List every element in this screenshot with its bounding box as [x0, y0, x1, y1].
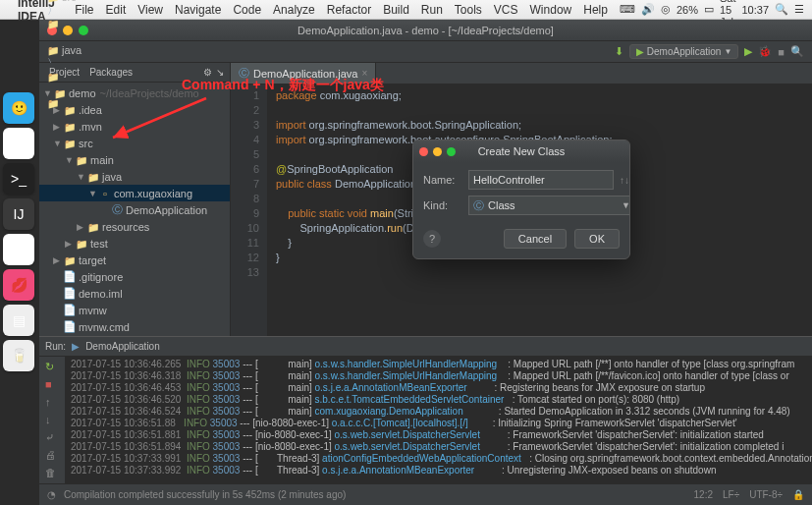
dock-terminal[interactable]: >_ [3, 163, 34, 195]
lock-icon[interactable]: 🔒 [792, 489, 804, 500]
down-icon[interactable]: ↓ [45, 414, 59, 427]
menu-code[interactable]: Code [233, 3, 261, 17]
dialog-title: Create New Class [478, 145, 566, 157]
run-toolbar: ↻ ■ ↑ ↓ ⤶ 🖨 🗑 [39, 357, 65, 483]
project-tree[interactable]: ▼demo ~/IdeaProjects/demo▶.idea▶.mvn▼src… [39, 83, 230, 336]
run-config-selector[interactable]: ▶ DemoApplication ▼ [629, 44, 739, 59]
status-bar: ◔ Compilation completed successfully in … [39, 483, 812, 505]
tree-row[interactable]: ▼main [39, 151, 230, 168]
tab-packages[interactable]: Packages [85, 66, 136, 79]
console-output[interactable]: 2017-07-15 10:36:46.265 INFO 35003 --- [… [65, 357, 812, 483]
create-class-dialog: Create New Class Name: ↑↓ Kind: Ⓒ Class … [412, 140, 630, 259]
menu-refactor[interactable]: Refactor [327, 3, 371, 17]
line-separator[interactable]: LF÷ [723, 489, 739, 500]
dock-cup[interactable]: 🥛 [3, 340, 34, 371]
menu-build[interactable]: Build [383, 3, 409, 17]
trash-icon[interactable]: 🗑 [45, 467, 59, 480]
caret-position[interactable]: 12:2 [694, 489, 713, 500]
dialog-overlay: Create New Class Name: ↑↓ Kind: Ⓒ Class … [231, 63, 812, 336]
tree-row[interactable]: 📄mvnw [39, 302, 230, 318]
menu-analyze[interactable]: Analyze [273, 3, 315, 17]
build-status-indicator: ◔ [47, 489, 56, 500]
ok-button[interactable]: OK [574, 229, 620, 249]
cancel-button[interactable]: Cancel [504, 229, 567, 249]
print-icon[interactable]: 🖨 [45, 449, 59, 463]
up-icon[interactable]: ↑ [45, 396, 59, 410]
tree-row[interactable]: ▶.idea [39, 101, 230, 118]
kind-select[interactable]: Ⓒ Class ▼ [468, 196, 630, 215]
menu-help[interactable]: Help [583, 3, 608, 17]
breadcrumb-item[interactable]: src [47, 0, 142, 3]
menu-run[interactable]: Run [421, 3, 443, 17]
tree-row[interactable]: ▶resources [39, 218, 230, 235]
window-maximize-button[interactable] [79, 26, 88, 35]
debug-icon[interactable]: 🐞 [758, 45, 772, 58]
menu-window[interactable]: Window [530, 3, 572, 17]
main-area: Project Packages ⚙ ↘ ▼demo ~/IdeaProject… [39, 63, 812, 336]
dock-preview[interactable]: ▤ [3, 305, 34, 336]
dialog-close-button[interactable] [419, 147, 428, 156]
macos-dock: 🙂◉>_IJT💋▤🥛 [0, 88, 39, 375]
dock-intellij[interactable]: IJ [3, 198, 34, 230]
menu-navigate[interactable]: Navigate [175, 3, 221, 17]
tree-row[interactable]: 📄mvnw.cmd [39, 318, 230, 335]
volume-icon[interactable]: 🔊 [641, 3, 655, 16]
sort-icon[interactable]: ↑↓ [620, 175, 630, 186]
window-titlebar: DemoApplication.java - demo - [~/IdeaPro… [39, 20, 812, 41]
stop-icon[interactable]: ■ [778, 46, 785, 58]
ide-window: DemoApplication.java - demo - [~/IdeaPro… [39, 20, 812, 505]
run-config-name: DemoApplication [85, 341, 160, 352]
dialog-minimize-button[interactable] [433, 147, 442, 156]
tree-row[interactable]: ⒸDemoApplication [39, 201, 230, 218]
project-sidebar: Project Packages ⚙ ↘ ▼demo ~/IdeaProject… [39, 63, 231, 336]
window-minimize-button[interactable] [63, 26, 73, 35]
breadcrumb-item[interactable]: java [47, 44, 142, 56]
file-encoding[interactable]: UTF-8÷ [749, 489, 783, 500]
time-label[interactable]: 10:37 [741, 4, 769, 16]
battery-indicator[interactable]: 26% [677, 4, 698, 16]
run-label: Run: [45, 341, 66, 352]
tree-row[interactable]: ▼demo ~/IdeaProjects/demo [39, 84, 230, 101]
dock-finder[interactable]: 🙂 [3, 92, 34, 124]
search-icon[interactable]: 🔍 [790, 45, 804, 58]
help-icon[interactable]: ? [423, 230, 441, 248]
run-header: Run: ▶ DemoApplication [39, 337, 812, 357]
run-panel: Run: ▶ DemoApplication ↻ ■ ↑ ↓ ⤶ 🖨 🗑 201… [39, 336, 812, 483]
dock-lips[interactable]: 💋 [3, 269, 34, 301]
dialog-maximize-button[interactable] [447, 147, 456, 156]
notifications-icon[interactable]: ☰ [794, 3, 804, 16]
run-icon[interactable]: ▶ [744, 45, 752, 58]
dock-textedit[interactable]: T [3, 234, 34, 265]
tree-row[interactable]: 📄demo.iml [39, 285, 230, 302]
menu-tools[interactable]: Tools [455, 3, 482, 17]
collapse-icon[interactable]: ↘ [216, 67, 224, 78]
make-icon[interactable]: ⬇ [615, 45, 623, 58]
name-label: Name: [423, 174, 462, 186]
wifi-icon[interactable]: ◎ [661, 3, 671, 16]
sidebar-header: Project Packages ⚙ ↘ [39, 63, 230, 83]
wrap-icon[interactable]: ⤶ [45, 431, 59, 445]
stop-icon[interactable]: ■ [45, 378, 59, 392]
status-message: Compilation completed successfully in 5s… [64, 489, 346, 500]
tree-row[interactable]: ▶target [39, 252, 230, 268]
gear-icon[interactable]: ⚙ [203, 67, 212, 78]
name-input[interactable] [468, 170, 614, 190]
tree-row[interactable]: ▼java [39, 168, 230, 185]
keyboard-icon[interactable]: ⌨ [620, 3, 635, 16]
tree-row[interactable]: ▶.mvn [39, 118, 230, 135]
dialog-titlebar: Create New Class [413, 140, 629, 162]
dock-chrome[interactable]: ◉ [3, 128, 34, 159]
kind-label: Kind: [423, 199, 462, 211]
rerun-icon[interactable]: ↻ [45, 361, 59, 374]
menu-vcs[interactable]: VCS [494, 3, 518, 17]
tree-row[interactable]: ▶test [39, 235, 230, 252]
battery-icon: ▭ [704, 3, 714, 16]
tree-row[interactable]: 📄.gitignore [39, 268, 230, 285]
editor-area: Ⓒ DemoApplication.java × 123456789101112… [231, 63, 812, 336]
spotlight-icon[interactable]: 🔍 [775, 3, 788, 16]
tree-row[interactable]: ▼src [39, 135, 230, 151]
window-title: DemoApplication.java - demo - [~/IdeaPro… [298, 25, 554, 36]
breadcrumb-bar: demo〉 src〉 main〉 java〉 com〉 xugaoxiang〉Ⓒ… [39, 41, 812, 63]
tree-row[interactable]: ▼com.xugaoxiang [39, 185, 230, 201]
